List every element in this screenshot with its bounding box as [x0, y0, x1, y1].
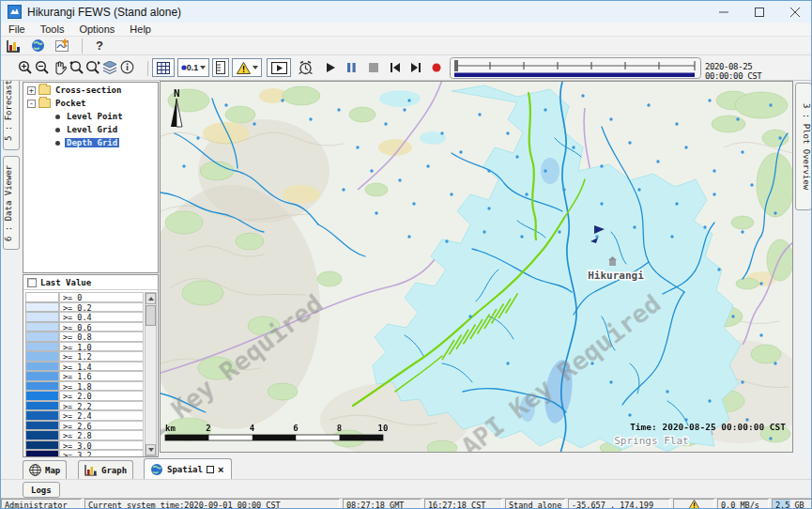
scroll-thumb[interactable]: [146, 305, 156, 326]
menu-item[interactable]: Help: [122, 23, 159, 35]
skip-end-button[interactable]: [410, 62, 421, 73]
tab-forecasts[interactable]: 5 : Forecast: [3, 81, 20, 150]
slider-handle[interactable]: [454, 60, 458, 71]
zoom-previous-icon[interactable]: [69, 60, 84, 75]
minimize-button[interactable]: [706, 1, 742, 23]
play-button[interactable]: [325, 62, 336, 73]
menu-bar: FileToolsOptionsHelp: [1, 23, 812, 37]
legend-row[interactable]: >= 2.0: [25, 391, 144, 401]
legend-row[interactable]: >= 0: [25, 292, 144, 302]
legend-row[interactable]: >= 1.4: [25, 362, 144, 372]
legend-color-swatch: [25, 401, 59, 411]
town-label: Hikurangi: [588, 270, 644, 282]
pan-hand-icon[interactable]: [53, 60, 67, 75]
info-icon[interactable]: [120, 60, 134, 74]
slider-range-bar: [454, 73, 695, 78]
tab-logs[interactable]: Logs: [23, 482, 60, 498]
expand-icon[interactable]: +: [27, 86, 36, 95]
bullet-icon: [55, 115, 60, 119]
warning-icon: [237, 62, 251, 74]
status-local-time: 16:27:18 CST: [424, 499, 502, 509]
zoom-out-icon[interactable]: [35, 60, 50, 75]
legend-color-swatch: [25, 302, 59, 313]
legend-row[interactable]: >= 1.8: [25, 381, 144, 392]
tab-plot-overview[interactable]: 3 : Plot Overview: [795, 83, 812, 210]
legend-color-swatch: [25, 381, 59, 392]
collapse-icon[interactable]: -: [27, 100, 36, 108]
menu-item[interactable]: File: [1, 23, 33, 35]
legend-scrollbar[interactable]: [145, 292, 157, 456]
tab-map[interactable]: Map: [23, 460, 67, 479]
legend-row[interactable]: >= 0.6: [25, 322, 144, 332]
legend-row[interactable]: >= 1.0: [25, 342, 144, 352]
status-warning[interactable]: [673, 499, 714, 509]
bottom-tab-bar: Map Graph Spatial ×: [1, 458, 812, 479]
pause-button[interactable]: [346, 62, 357, 73]
right-tab-strip: 3 : Plot Overview: [793, 81, 812, 458]
movie-export-button[interactable]: [267, 58, 291, 77]
map-toolbar: 0.1: [1, 55, 812, 81]
zoom-in-icon[interactable]: [18, 60, 33, 75]
legend-row[interactable]: >= 2.8: [25, 430, 144, 440]
maximize-button[interactable]: [742, 1, 777, 23]
legend-row[interactable]: >= 3.0: [25, 440, 144, 451]
legend-title: Last Value: [40, 278, 91, 287]
tab-spatial[interactable]: Spatial ×: [144, 458, 232, 479]
legend-row[interactable]: >= 1.2: [25, 351, 144, 362]
animation-settings-icon[interactable]: [298, 60, 314, 76]
legend-threshold-label: >= 0.8: [59, 332, 144, 342]
classbreak-value-dropdown[interactable]: 0.1: [177, 58, 209, 77]
timeseries-chart-icon[interactable]: [50, 39, 76, 53]
record-button[interactable]: [432, 63, 441, 72]
left-tab-strip: 5 : Forecast 6 : Data Viewer: [1, 81, 22, 458]
thresholds-dropdown[interactable]: [232, 58, 262, 77]
folder-icon: [38, 85, 51, 95]
legend-row[interactable]: >= 2.4: [25, 410, 144, 421]
close-button[interactable]: [777, 1, 812, 23]
scroll-up-button[interactable]: [146, 293, 156, 304]
legend-threshold-label: >= 0.4: [59, 312, 144, 322]
time-slider[interactable]: [450, 57, 701, 83]
skip-start-button[interactable]: [390, 62, 401, 73]
legend-row[interactable]: >= 3.2: [25, 450, 144, 457]
legend-color-swatch: [25, 421, 59, 431]
layers-icon[interactable]: [102, 61, 117, 74]
main-toolbar: ?: [1, 37, 812, 55]
zoom-next-icon[interactable]: [85, 60, 101, 75]
last-value-checkbox[interactable]: [27, 278, 37, 287]
legend-row[interactable]: >= 1.6: [25, 371, 144, 381]
legend-row[interactable]: >= 0.4: [25, 312, 144, 322]
tree-node-depth-grid[interactable]: Depth Grid: [23, 137, 158, 148]
map-time-label: Time: 2020-08-25 00:00:00 CST: [630, 422, 786, 432]
stop-button[interactable]: [369, 63, 378, 72]
grid-display-button[interactable]: [152, 58, 175, 77]
map-canvas[interactable]: Hikurangi Springs Flat API Key Required …: [160, 81, 793, 453]
legend-threshold-label: >= 2.2: [59, 401, 144, 411]
menu-item[interactable]: Options: [71, 23, 122, 35]
menu-item[interactable]: Tools: [33, 23, 72, 35]
legend-row[interactable]: >= 2.2: [25, 401, 144, 411]
legend-row[interactable]: >= 2.6: [25, 421, 144, 431]
legend-threshold-label: >= 1.8: [59, 381, 144, 392]
tab-data-viewer[interactable]: 6 : Data Viewer: [3, 156, 20, 250]
scalebar-button[interactable]: [212, 58, 229, 77]
tab-close-icon[interactable]: ×: [218, 466, 223, 473]
tree-node-cross-section[interactable]: + Cross-section: [23, 85, 158, 96]
legend-color-swatch: [25, 351, 59, 362]
legend-row[interactable]: >= 0.2: [25, 302, 144, 313]
tab-graph[interactable]: Graph: [78, 460, 133, 479]
legend-threshold-label: >= 2.4: [59, 410, 144, 421]
tree-node-level-point[interactable]: Level Point: [23, 111, 158, 122]
map-globe-icon[interactable]: [25, 39, 50, 53]
tree-node-level-grid[interactable]: Level Grid: [23, 124, 158, 135]
tree-node-label: Pocket: [54, 99, 88, 108]
legend-row[interactable]: >= 0.8: [25, 332, 144, 342]
forecast-manager-icon[interactable]: [1, 39, 25, 53]
place-label: Springs Flat: [614, 435, 688, 447]
svg-text:km: km: [165, 424, 176, 433]
tree-node-pocket[interactable]: - Pocket: [23, 98, 158, 109]
scroll-down-button[interactable]: [146, 444, 156, 455]
tab-float-icon[interactable]: [207, 466, 214, 473]
help-icon[interactable]: ?: [88, 39, 111, 53]
tree-node-label: Level Grid: [65, 125, 119, 134]
